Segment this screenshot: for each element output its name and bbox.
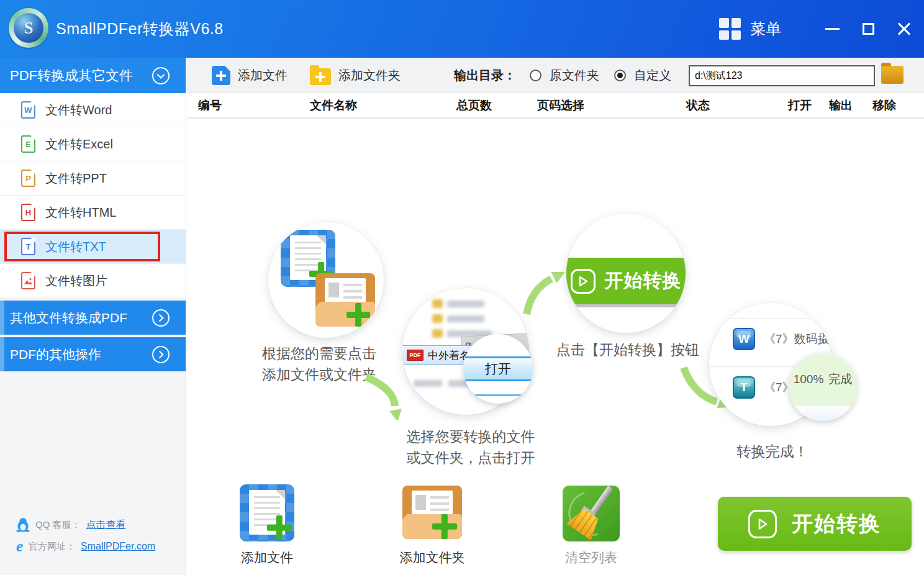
qq-support-row: QQ 客服： 点击查看 — [16, 517, 126, 532]
word-result-icon: W — [733, 328, 755, 350]
minimize-button[interactable] — [818, 0, 846, 58]
column-header-remove: 移除 — [872, 93, 896, 117]
start-convert-button-image: 开始转换 — [566, 258, 686, 304]
menu-button[interactable]: 菜单 — [750, 0, 781, 58]
tutorial-add-folder-icon — [315, 273, 375, 327]
tutorial-step3-caption: 点击【开始转换】按钮 — [538, 339, 718, 360]
minimize-icon — [825, 28, 840, 30]
add-folder-big-label[interactable]: 添加文件夹 — [396, 549, 468, 566]
official-site-label: 官方网址： — [29, 541, 75, 553]
html-file-icon: H — [21, 204, 35, 221]
sidebar: PDF转换成其它文件 W 文件转Word E 文件转Excel P 文件转PPT… — [0, 58, 186, 575]
output-dir-label: 输出目录： — [454, 58, 516, 93]
sidebar-item-pdf-to-html[interactable]: H 文件转HTML — [0, 196, 186, 230]
radio-original-folder-label[interactable]: 原文件夹 — [550, 58, 599, 93]
radio-original-folder[interactable] — [530, 70, 541, 81]
open-button-image: 打开 — [463, 356, 533, 381]
tutorial-open-button-circle: 打开 — [463, 334, 533, 404]
window-title: SmallPDFer转换器V6.8 — [56, 0, 224, 58]
sidebar-section-pdf-other-ops[interactable]: PDF的其他操作 — [0, 337, 186, 371]
clear-list-button[interactable] — [563, 486, 620, 541]
sidebar-item-label: 文件转PPT — [45, 170, 107, 187]
sidebar-item-label: 文件转TXT — [45, 238, 106, 255]
add-file-big-button[interactable] — [240, 484, 294, 541]
sidebar-item-pdf-to-excel[interactable]: E 文件转Excel — [0, 127, 186, 161]
column-header-output: 输出 — [829, 93, 853, 117]
chevron-down-icon — [152, 67, 170, 84]
column-header-open: 打开 — [788, 93, 812, 117]
app-logo-icon: S — [9, 8, 48, 48]
qq-support-link[interactable]: 点击查看 — [86, 518, 126, 532]
column-header-range: 页码选择 — [537, 93, 584, 117]
chevron-right-icon — [152, 346, 170, 363]
sidebar-section-label: PDF的其他操作 — [10, 346, 101, 363]
sidebar-item-label: 文件转HTML — [45, 204, 116, 221]
green-arrow-down-right-icon — [361, 374, 406, 420]
official-site-row: e 官方网址： SmallPDFer.com — [16, 540, 155, 553]
logo-letter: S — [24, 19, 33, 38]
maximize-button[interactable] — [854, 0, 882, 58]
add-folder-button[interactable]: 添加文件夹 — [310, 58, 401, 93]
sidebar-item-label: 文件转Excel — [45, 136, 113, 153]
maximize-icon — [863, 23, 874, 35]
txt-file-icon: T — [21, 238, 35, 255]
converted-word-row: W 《7》数码摄 — [733, 328, 830, 350]
tutorial-step4-caption: 转换完成！ — [713, 441, 831, 462]
pdf-badge-icon: PDF — [407, 350, 424, 361]
start-convert-button[interactable]: 开始转换 — [718, 497, 912, 551]
sidebar-section-label: 其他文件转换成PDF — [10, 309, 127, 327]
sidebar-item-pdf-to-ppt[interactable]: P 文件转PPT — [0, 161, 186, 196]
column-header-pages: 总页数 — [456, 93, 492, 117]
sidebar-item-label: 文件转图片 — [45, 273, 107, 289]
radio-custom[interactable] — [614, 70, 626, 81]
app-window: S SmallPDFer转换器V6.8 菜单 PDF转换成其它文件 W 文件转W… — [0, 0, 924, 575]
radio-custom-label[interactable]: 自定义 — [634, 58, 671, 93]
add-file-button[interactable]: 添加文件 — [212, 58, 288, 93]
start-convert-label: 开始转换 — [792, 510, 881, 538]
sidebar-section-pdf-to-other[interactable]: PDF转换成其它文件 — [0, 58, 186, 93]
clear-list-label[interactable]: 清空列表 — [561, 549, 621, 566]
ie-browser-icon: e — [16, 540, 23, 553]
toolbar: 添加文件 添加文件夹 输出目录： 原文件夹 自定义 — [187, 58, 924, 93]
play-icon — [748, 510, 777, 538]
file-list-header: 编号 文件名称 总页数 页码选择 状态 打开 输出 移除 — [187, 93, 924, 119]
close-icon — [897, 22, 912, 37]
txt-result-icon: T — [733, 376, 755, 399]
add-folder-label: 添加文件夹 — [338, 67, 401, 84]
add-file-big-label[interactable]: 添加文件 — [238, 549, 296, 566]
ppt-file-icon: P — [21, 170, 35, 187]
sidebar-item-pdf-to-txt[interactable]: T 文件转TXT — [0, 230, 186, 264]
tutorial-step3-circle: 开始转换 — [566, 214, 686, 333]
qq-support-label: QQ 客服： — [35, 519, 81, 531]
sidebar-section-other-to-pdf[interactable]: 其他文件转换成PDF — [0, 301, 186, 335]
column-header-name: 文件名称 — [310, 93, 357, 117]
green-arrow-up-right-icon — [518, 269, 565, 318]
sidebar-item-pdf-to-image[interactable]: 文件转图片 — [0, 264, 186, 298]
sidebar-item-pdf-to-word[interactable]: W 文件转Word — [0, 93, 186, 127]
tutorial-step1-circle — [268, 222, 384, 338]
qq-penguin-icon — [16, 517, 30, 532]
add-file-label: 添加文件 — [238, 67, 288, 84]
add-folder-big-button[interactable] — [402, 486, 462, 539]
play-icon — [571, 269, 596, 294]
browse-folder-icon[interactable] — [881, 66, 904, 84]
chevron-right-icon — [152, 309, 170, 327]
word-result-name: 《7》数码摄 — [764, 331, 830, 347]
output-path-input[interactable] — [689, 65, 875, 86]
column-header-status: 状态 — [686, 93, 710, 117]
excel-file-icon: E — [21, 135, 35, 153]
tutorial-step2-caption: 选择您要转换的文件 或文件夹，点击打开 — [391, 426, 550, 468]
add-folder-icon — [310, 68, 331, 85]
add-file-icon — [212, 66, 230, 85]
tutorial-progress-circle: 100%完成 — [789, 353, 857, 421]
image-file-icon — [21, 272, 35, 289]
sidebar-section-label: PDF转换成其它文件 — [10, 66, 133, 85]
sidebar-item-label: 文件转Word — [45, 102, 112, 119]
titlebar: S SmallPDFer转换器V6.8 菜单 — [0, 0, 924, 58]
close-button[interactable] — [890, 0, 918, 58]
word-file-icon: W — [21, 101, 35, 119]
official-site-link[interactable]: SmallPDFer.com — [81, 541, 155, 552]
column-header-index: 编号 — [198, 93, 222, 117]
menu-grid-icon[interactable] — [719, 18, 741, 40]
